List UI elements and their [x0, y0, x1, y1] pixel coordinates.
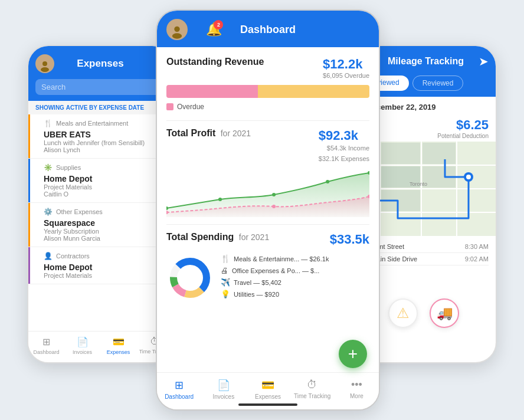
divider-1 [166, 120, 369, 121]
expense-sub1-contractors: Project Materials [44, 272, 165, 279]
nav-expenses[interactable]: 💳 Expenses [245, 379, 290, 400]
legend-dot [166, 103, 173, 110]
spending-title: Total Spending [166, 232, 234, 242]
spending-item-travel: ✈️ Travel — $5,402 [221, 278, 369, 287]
revenue-amount: $12.2k [323, 57, 369, 72]
svg-point-34 [466, 175, 471, 179]
left-nav-expenses[interactable]: 💳 Expenses [100, 336, 136, 355]
expenses-title: Expenses [60, 58, 140, 70]
spending-item-utilities: 💡 Utilities — $920 [221, 290, 369, 298]
bar-pending [258, 85, 369, 98]
legend-label: Overdue [177, 103, 204, 111]
spending-amount: $33.5k [330, 232, 369, 247]
phones-container: Expenses Search SHOWING ACTIVE BY EXPENS… [20, 9, 504, 411]
section-name-supplies: Supplies [56, 164, 81, 171]
meals-icon: 🍴 [44, 119, 53, 127]
send-icon[interactable]: ➤ [479, 54, 489, 68]
delivery-icon-circle[interactable]: 🚚 [430, 298, 459, 328]
other-icon: ⚙️ [44, 208, 53, 216]
avatar [35, 54, 54, 73]
mileage-amount-label: Potential Deduction [437, 133, 489, 139]
overdue-legend: Overdue [166, 103, 369, 111]
svg-rect-24 [381, 143, 420, 164]
nav-time-tracking[interactable]: ⏱ Time Tracking [290, 379, 335, 400]
spending-items: 🍴 Meals & Entertainme... — $26.1k 🖨 Offi… [221, 254, 369, 301]
expense-section-other: ⚙️ Other Expenses Squarespace Yearly Sub… [28, 203, 172, 247]
left-nav-dashboard[interactable]: ⊞ Dashboard [28, 336, 64, 355]
expenses-phone: Expenses Search SHOWING ACTIVE BY EXPENS… [27, 45, 173, 363]
expenses-header: Expenses [28, 46, 172, 79]
expense-main-squarespace[interactable]: Squarespace [44, 218, 165, 228]
svg-point-7 [326, 180, 329, 183]
nav-dashboard[interactable]: ⊞ Dashboard [157, 379, 201, 400]
travel-spending-icon: ✈️ [221, 278, 230, 287]
profit-section: Total Profit for 2021 $92.3k $54.3k Inco… [166, 128, 369, 217]
spending-meals-label: Meals & Entertainme... — $26.1k [234, 255, 329, 262]
showing-label: SHOWING ACTIVE BY EXPENSE DATE [28, 101, 172, 114]
profit-title: Total Profit [166, 128, 215, 138]
nav-expenses-label: Expenses [255, 393, 281, 400]
search-bar: Search [28, 79, 172, 101]
nav-time-icon: ⏱ [307, 379, 317, 391]
svg-point-10 [272, 205, 276, 208]
search-input[interactable]: Search [35, 79, 165, 95]
contractors-icon: 👤 [44, 252, 53, 260]
expense-main-contractors[interactable]: Home Depot [44, 262, 165, 272]
supplies-icon: ✳️ [44, 163, 53, 172]
dash-header: 🔔 2 Dashboard [157, 11, 379, 47]
expense-main-homedepot[interactable]: Home Depot [44, 174, 165, 183]
mileage-title: Mileage Tracking [388, 56, 464, 67]
donut-chart [166, 254, 214, 301]
svg-point-0 [42, 61, 47, 66]
nav-time-label: Time Tracking [294, 393, 330, 399]
overdue-text: $6,095 Overdue [323, 72, 369, 79]
left-nav-invoices[interactable]: 📄 Invoices [64, 336, 100, 355]
warning-icon: ⚠ [397, 305, 410, 321]
nav-invoices[interactable]: 📄 Invoices [201, 379, 245, 400]
svg-point-3 [172, 33, 182, 38]
nav-more-label: More [350, 393, 363, 399]
expenses-list: 🍴 Meals and Entertainment UBER EATS Lunc… [28, 114, 172, 354]
revenue-bar [166, 85, 369, 98]
svg-point-1 [41, 67, 49, 72]
dashboard-icon: ⊞ [42, 336, 50, 347]
expense-sub2-uber: Alison Lynch [44, 146, 165, 153]
expense-sub1-homedepot: Project Materials [44, 183, 165, 191]
time-2: 9:02 AM [465, 255, 489, 262]
svg-point-5 [218, 198, 222, 201]
dashboard-title: Dashboard [240, 24, 296, 36]
spending-item-meals: 🍴 Meals & Entertainme... — $26.1k [221, 254, 369, 263]
expense-sub2-homedepot: Caitlin O [44, 191, 165, 198]
spending-section: Total Spending for 2021 $33.5k [166, 232, 369, 301]
revenue-section: Outstanding Revenue $12.2k $6,095 Overdu… [166, 57, 369, 111]
add-button[interactable]: + [339, 340, 367, 368]
nav-invoices-icon: 📄 [217, 379, 230, 392]
invoices-icon: 📄 [77, 336, 89, 347]
utilities-spending-icon: 💡 [221, 290, 230, 298]
nav-more[interactable]: ••• More [335, 379, 379, 400]
left-nav-dashboard-label: Dashboard [33, 349, 59, 355]
mileage-amount: $6.25 [437, 117, 489, 133]
bar-overdue [166, 85, 258, 98]
left-nav-expenses-label: Expenses [107, 349, 130, 355]
profit-chart [166, 170, 369, 217]
expense-section-meals: 🍴 Meals and Entertainment UBER EATS Lunc… [28, 114, 172, 159]
profit-year: for 2021 [221, 129, 251, 138]
notification-button[interactable]: 🔔 2 [203, 19, 224, 40]
expense-section-supplies: ✳️ Supplies Home Depot Project Materials… [28, 159, 172, 203]
meals-spending-icon: 🍴 [221, 254, 230, 263]
warning-icon-circle[interactable]: ⚠ [388, 298, 418, 328]
profit-amount: $92.3k [319, 128, 369, 143]
dashboard-content: Outstanding Revenue $12.2k $6,095 Overdu… [157, 47, 379, 375]
dash-avatar [166, 19, 188, 40]
nav-more-icon: ••• [351, 379, 362, 391]
section-name-meals: Meals and Entertainment [56, 120, 128, 127]
section-name-contractors: Contractors [56, 252, 90, 260]
nav-dashboard-icon: ⊞ [175, 379, 184, 392]
nav-invoices-label: Invoices [212, 393, 234, 400]
revenue-title: Outstanding Revenue [166, 57, 264, 67]
time-1: 8:30 AM [465, 243, 489, 250]
expense-main-uber[interactable]: UBER EATS [44, 130, 165, 139]
tab-reviewed[interactable]: Reviewed [412, 76, 464, 91]
expenses-icon: 💳 [113, 336, 125, 347]
